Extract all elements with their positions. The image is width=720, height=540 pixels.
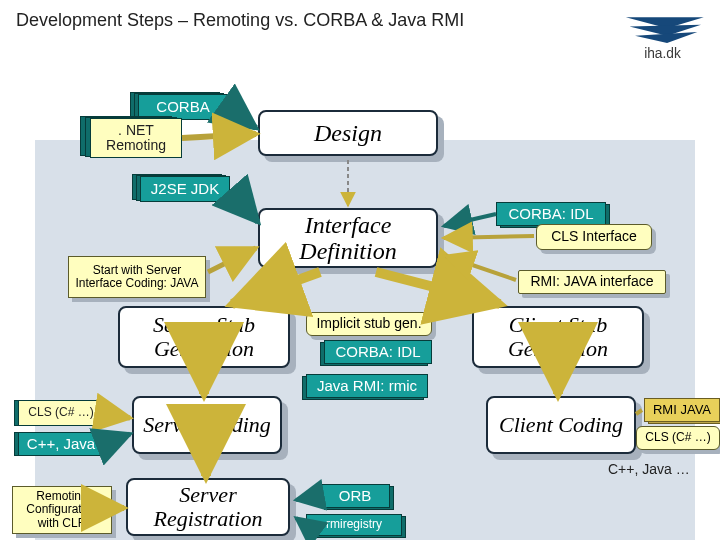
note-cpp-java-right-label: C++, Java …	[608, 461, 690, 477]
svg-line-6	[228, 108, 256, 128]
tag-cpp-java: C++, Java	[18, 432, 104, 456]
note-corba-idl-1: CORBA: IDL	[496, 202, 606, 226]
note-cls-csharp-right: CLS (C# …)	[636, 426, 720, 450]
note-rmiregistry: rmiregistry	[306, 514, 402, 536]
logo-text: iha.dk	[644, 46, 681, 61]
box-client-stub-gen-label: Client Stub Generation	[478, 313, 638, 361]
box-client-stub-gen: Client Stub Generation	[472, 306, 644, 368]
box-client-coding-label: Client Coding	[499, 413, 623, 437]
note-cpp-java-right: C++, Java …	[608, 462, 720, 484]
box-server-stub-gen-label: Server Stub Generation	[124, 313, 284, 361]
box-server-stub-gen: Server Stub Generation	[118, 306, 290, 368]
box-server-registration-label: Server Registration	[132, 483, 284, 531]
tag-corba-label: CORBA	[156, 99, 209, 116]
box-client-coding: Client Coding	[486, 396, 636, 454]
tag-cls-csharp-label: CLS (C# …)	[28, 406, 93, 419]
note-corba-idl-1-label: CORBA: IDL	[508, 206, 593, 223]
note-corba-idl-2: CORBA: IDL	[324, 340, 432, 364]
tag-net-remoting: . NET Remoting	[90, 118, 182, 158]
page-title: Development Steps – Remoting vs. CORBA &…	[16, 10, 464, 31]
svg-line-7	[182, 134, 256, 138]
note-java-rmi-rmic-label: Java RMI: rmic	[317, 378, 417, 395]
note-rmiregistry-label: rmiregistry	[326, 518, 382, 531]
note-start-with-server: Start with Server Interface Coding: JAVA	[68, 256, 206, 298]
tag-j2se: J2SE JDK	[140, 176, 230, 202]
box-server-registration: Server Registration	[126, 478, 290, 536]
note-orb-label: ORB	[339, 488, 372, 505]
box-interface-definition-label: Interface Definition	[264, 212, 432, 265]
note-corba-idl-2-label: CORBA: IDL	[335, 344, 420, 361]
note-cls-interface: CLS Interface	[536, 224, 652, 250]
note-implicit-stub-gen: Implicit stub gen.	[306, 312, 432, 336]
note-cls-csharp-right-label: CLS (C# …)	[645, 431, 710, 444]
box-interface-definition: Interface Definition	[258, 208, 438, 268]
note-remoting-config-clr-label: Remoting Configuration with CLR	[17, 490, 107, 530]
note-cls-interface-label: CLS Interface	[551, 229, 637, 244]
tag-net-remoting-label: . NET Remoting	[91, 123, 181, 154]
tag-cls-csharp: CLS (C# …)	[18, 400, 104, 426]
logo-iha: iha.dk	[615, 10, 710, 65]
box-server-coding: Server Coding	[132, 396, 282, 454]
tag-rmi-java-label: RMI JAVA	[653, 403, 711, 417]
note-remoting-config-clr: Remoting Configuration with CLR	[12, 486, 112, 534]
note-implicit-stub-gen-label: Implicit stub gen.	[316, 316, 421, 331]
box-design: Design	[258, 110, 438, 156]
tag-rmi-java: RMI JAVA	[644, 398, 720, 422]
box-design-label: Design	[314, 120, 382, 146]
box-server-coding-label: Server Coding	[143, 413, 271, 437]
tag-j2se-label: J2SE JDK	[151, 181, 219, 198]
note-start-with-server-label: Start with Server Interface Coding: JAVA	[73, 264, 201, 290]
note-orb: ORB	[320, 484, 390, 508]
note-rmi-java-interface: RMI: JAVA interface	[518, 270, 666, 294]
note-java-rmi-rmic: Java RMI: rmic	[306, 374, 428, 398]
note-rmi-java-interface-label: RMI: JAVA interface	[530, 274, 653, 289]
tag-cpp-java-label: C++, Java	[27, 436, 95, 453]
